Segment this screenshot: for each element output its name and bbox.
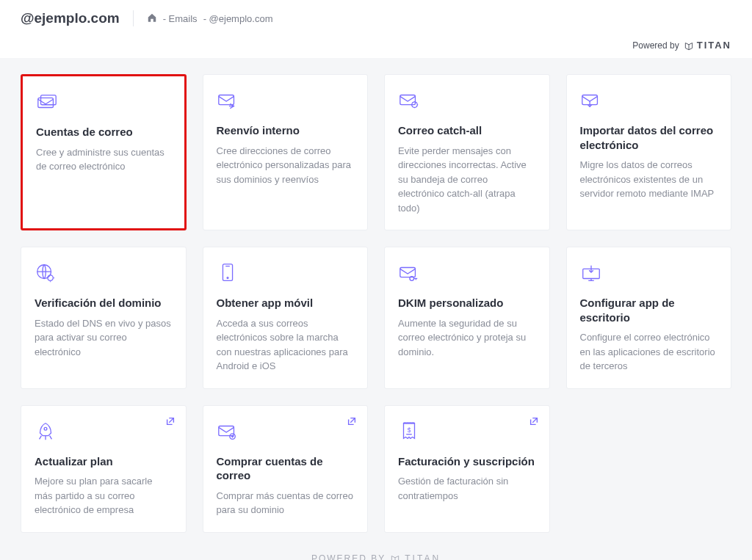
card-desc: Migre los datos de correos electrónicos … [580,158,718,201]
card-obtener-app-movil[interactable]: Obtener app móvil Acceda a sus correos e… [203,247,369,389]
invoice-icon: $ [398,419,536,444]
card-title: Correo catch-all [398,123,536,138]
external-link-icon [529,416,539,429]
card-desc: Configure el correo electrónico en las a… [580,330,718,374]
breadcrumb-domain: - @ejemplo.com [203,13,273,24]
card-title: Facturación y suscripción [398,454,536,469]
main-content: Cuentas de correo Cree y administre sus … [0,58,752,560]
card-title: DKIM personalizado [398,296,536,310]
page-title: @ejemplo.com [21,10,120,26]
card-title: Reenvío interno [217,123,355,138]
mail-import-icon [580,88,718,113]
rocket-icon [35,419,173,444]
footer-label: POWERED BY [311,553,386,561]
powered-by-top: Powered by TITAN [0,37,752,58]
svg-rect-2 [218,95,234,105]
powered-label: Powered by [632,40,679,51]
card-title: Importar datos del correo electrónico [580,123,718,152]
card-title: Cuentas de correo [36,125,171,139]
card-title: Configurar app de escritorio [580,296,718,324]
mail-key-icon [398,261,536,286]
card-desc: Gestión de facturación sin contratiempos [398,474,536,503]
globe-settings-icon [35,261,173,286]
breadcrumb[interactable]: - Emails - @ejemplo.com [147,12,273,25]
mail-settings-icon [398,88,536,113]
mobile-icon [217,261,355,286]
footer-brand: TITAN [405,553,441,561]
card-title: Comprar cuentas de correo [217,454,355,483]
svg-rect-3 [400,95,416,105]
card-correo-catch-all[interactable]: Correo catch-all Evite perder mensajes c… [384,74,550,230]
svg-point-9 [227,277,228,279]
vertical-divider [133,10,134,26]
home-icon[interactable] [147,12,157,25]
card-configurar-escritorio[interactable]: Configurar app de escritorio Configure e… [566,247,732,389]
card-dkim-personalizado[interactable]: DKIM personalizado Aumente la seguridad … [384,247,550,389]
card-facturacion-suscripcion[interactable]: $ Facturación y suscripción Gestión de f… [384,405,550,533]
svg-rect-10 [400,268,416,277]
card-title: Obtener app móvil [217,296,355,310]
external-link-icon [347,416,357,429]
svg-text:$: $ [408,426,411,433]
card-desc: Acceda a sus correos electrónicos sobre … [217,316,355,374]
card-verificacion-dominio[interactable]: Verificación del dominio Estado del DNS … [21,247,187,389]
card-reenvio-interno[interactable]: Reenvío interno Cree direcciones de corr… [203,74,369,230]
card-desc: Mejore su plan para sacarle más partido … [35,474,173,517]
card-title: Actualizar plan [35,454,173,469]
card-desc: Estado del DNS en vivo y pasos para acti… [35,316,173,360]
mail-add-icon [217,419,355,444]
card-desc: Evite perder mensajes con direcciones in… [398,144,536,216]
card-desc: Comprar más cuentas de correo para su do… [217,489,355,517]
card-cuentas-de-correo[interactable]: Cuentas de correo Cree y administre sus … [21,74,187,230]
mail-accounts-icon [36,90,171,114]
svg-point-13 [44,427,47,430]
card-actualizar-plan[interactable]: Actualizar plan Mejore su plan para saca… [21,405,187,533]
mail-forward-icon [217,88,355,113]
titan-logo-icon [390,553,400,561]
external-link-icon [165,416,176,429]
titan-logo: TITAN [684,40,731,51]
card-grid: Cuentas de correo Cree y administre sus … [21,74,731,533]
header: @ejemplo.com - Emails - @ejemplo.com [0,0,752,37]
svg-rect-1 [41,95,57,105]
card-title: Verificación del dominio [35,296,173,310]
breadcrumb-emails[interactable]: - Emails [163,13,198,24]
footer-powered-by: POWERED BY TITAN [21,533,731,561]
card-comprar-cuentas[interactable]: Comprar cuentas de correo Comprar más cu… [203,405,369,533]
card-importar-datos[interactable]: Importar datos del correo electrónico Mi… [566,74,732,230]
card-desc: Cree y administre sus cuentas de correo … [36,145,171,174]
svg-point-7 [48,275,54,281]
card-desc: Aumente la seguridad de su correo electr… [398,316,536,360]
desktop-download-icon [580,261,718,286]
card-desc: Cree direcciones de correo electrónico p… [217,144,355,187]
